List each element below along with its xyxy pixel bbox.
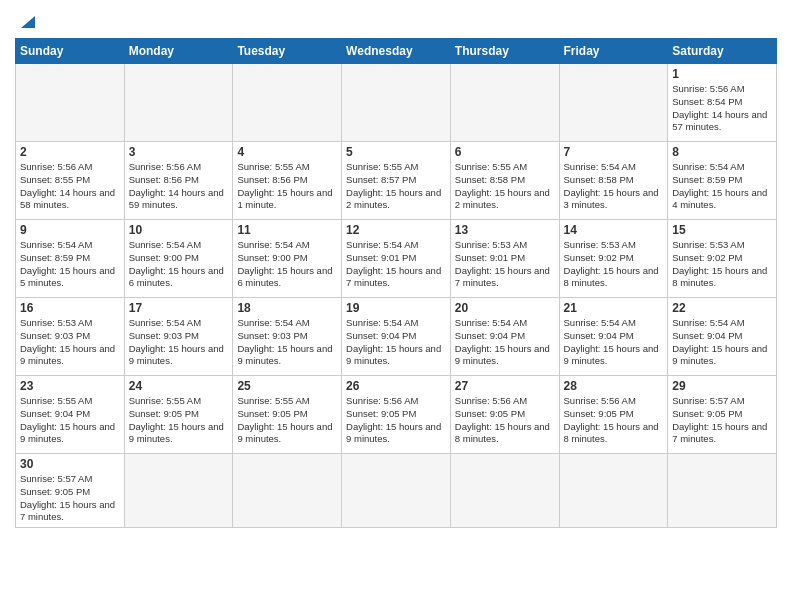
calendar-cell: 30Sunrise: 5:57 AMSunset: 9:05 PMDayligh…: [16, 454, 125, 528]
calendar-cell: 27Sunrise: 5:56 AMSunset: 9:05 PMDayligh…: [450, 376, 559, 454]
calendar-cell: 23Sunrise: 5:55 AMSunset: 9:04 PMDayligh…: [16, 376, 125, 454]
day-number: 6: [455, 145, 555, 159]
day-number: 20: [455, 301, 555, 315]
day-number: 30: [20, 457, 120, 471]
logo-area: [15, 10, 41, 32]
day-info: Sunrise: 5:54 AMSunset: 9:03 PMDaylight:…: [237, 317, 337, 368]
day-number: 24: [129, 379, 229, 393]
day-number: 14: [564, 223, 664, 237]
calendar-cell: 3Sunrise: 5:56 AMSunset: 8:56 PMDaylight…: [124, 142, 233, 220]
day-info: Sunrise: 5:54 AMSunset: 9:03 PMDaylight:…: [129, 317, 229, 368]
calendar-cell: [124, 64, 233, 142]
calendar-page: SundayMondayTuesdayWednesdayThursdayFrid…: [0, 0, 792, 612]
day-info: Sunrise: 5:55 AMSunset: 8:56 PMDaylight:…: [237, 161, 337, 212]
week-row-6: 30Sunrise: 5:57 AMSunset: 9:05 PMDayligh…: [16, 454, 777, 528]
calendar-cell: 18Sunrise: 5:54 AMSunset: 9:03 PMDayligh…: [233, 298, 342, 376]
day-number: 18: [237, 301, 337, 315]
calendar-cell: [668, 454, 777, 528]
calendar-cell: [559, 454, 668, 528]
calendar-cell: 1Sunrise: 5:56 AMSunset: 8:54 PMDaylight…: [668, 64, 777, 142]
day-number: 23: [20, 379, 120, 393]
day-info: Sunrise: 5:57 AMSunset: 9:05 PMDaylight:…: [672, 395, 772, 446]
calendar-cell: [559, 64, 668, 142]
day-info: Sunrise: 5:56 AMSunset: 8:56 PMDaylight:…: [129, 161, 229, 212]
calendar-cell: [233, 64, 342, 142]
day-info: Sunrise: 5:54 AMSunset: 9:04 PMDaylight:…: [346, 317, 446, 368]
week-row-1: 1Sunrise: 5:56 AMSunset: 8:54 PMDaylight…: [16, 64, 777, 142]
weekday-header-wednesday: Wednesday: [342, 39, 451, 64]
calendar-cell: [16, 64, 125, 142]
calendar-cell: [450, 454, 559, 528]
day-info: Sunrise: 5:56 AMSunset: 8:54 PMDaylight:…: [672, 83, 772, 134]
calendar-cell: [233, 454, 342, 528]
day-number: 17: [129, 301, 229, 315]
day-number: 25: [237, 379, 337, 393]
day-info: Sunrise: 5:54 AMSunset: 9:04 PMDaylight:…: [672, 317, 772, 368]
day-number: 16: [20, 301, 120, 315]
day-info: Sunrise: 5:55 AMSunset: 8:57 PMDaylight:…: [346, 161, 446, 212]
calendar-cell: 19Sunrise: 5:54 AMSunset: 9:04 PMDayligh…: [342, 298, 451, 376]
calendar-cell: 24Sunrise: 5:55 AMSunset: 9:05 PMDayligh…: [124, 376, 233, 454]
day-number: 4: [237, 145, 337, 159]
weekday-header-row: SundayMondayTuesdayWednesdayThursdayFrid…: [16, 39, 777, 64]
calendar-cell: 22Sunrise: 5:54 AMSunset: 9:04 PMDayligh…: [668, 298, 777, 376]
day-info: Sunrise: 5:57 AMSunset: 9:05 PMDaylight:…: [20, 473, 120, 524]
day-number: 21: [564, 301, 664, 315]
calendar-cell: 2Sunrise: 5:56 AMSunset: 8:55 PMDaylight…: [16, 142, 125, 220]
day-number: 12: [346, 223, 446, 237]
calendar-cell: 28Sunrise: 5:56 AMSunset: 9:05 PMDayligh…: [559, 376, 668, 454]
svg-marker-0: [21, 16, 35, 28]
day-info: Sunrise: 5:54 AMSunset: 8:59 PMDaylight:…: [672, 161, 772, 212]
day-info: Sunrise: 5:55 AMSunset: 8:58 PMDaylight:…: [455, 161, 555, 212]
day-number: 27: [455, 379, 555, 393]
day-info: Sunrise: 5:53 AMSunset: 9:02 PMDaylight:…: [672, 239, 772, 290]
day-info: Sunrise: 5:54 AMSunset: 9:00 PMDaylight:…: [237, 239, 337, 290]
calendar-cell: 29Sunrise: 5:57 AMSunset: 9:05 PMDayligh…: [668, 376, 777, 454]
calendar-cell: 20Sunrise: 5:54 AMSunset: 9:04 PMDayligh…: [450, 298, 559, 376]
day-number: 15: [672, 223, 772, 237]
day-info: Sunrise: 5:54 AMSunset: 9:01 PMDaylight:…: [346, 239, 446, 290]
calendar-cell: 15Sunrise: 5:53 AMSunset: 9:02 PMDayligh…: [668, 220, 777, 298]
day-number: 5: [346, 145, 446, 159]
calendar-cell: [342, 64, 451, 142]
logo-icon: [17, 10, 39, 32]
calendar-cell: 8Sunrise: 5:54 AMSunset: 8:59 PMDaylight…: [668, 142, 777, 220]
day-info: Sunrise: 5:56 AMSunset: 9:05 PMDaylight:…: [564, 395, 664, 446]
calendar-cell: 25Sunrise: 5:55 AMSunset: 9:05 PMDayligh…: [233, 376, 342, 454]
day-info: Sunrise: 5:54 AMSunset: 9:04 PMDaylight:…: [564, 317, 664, 368]
day-info: Sunrise: 5:56 AMSunset: 9:05 PMDaylight:…: [346, 395, 446, 446]
weekday-header-tuesday: Tuesday: [233, 39, 342, 64]
calendar-cell: [124, 454, 233, 528]
day-number: 22: [672, 301, 772, 315]
calendar-cell: 26Sunrise: 5:56 AMSunset: 9:05 PMDayligh…: [342, 376, 451, 454]
day-info: Sunrise: 5:54 AMSunset: 8:58 PMDaylight:…: [564, 161, 664, 212]
day-info: Sunrise: 5:54 AMSunset: 9:04 PMDaylight:…: [455, 317, 555, 368]
day-info: Sunrise: 5:56 AMSunset: 8:55 PMDaylight:…: [20, 161, 120, 212]
week-row-5: 23Sunrise: 5:55 AMSunset: 9:04 PMDayligh…: [16, 376, 777, 454]
calendar-cell: 9Sunrise: 5:54 AMSunset: 8:59 PMDaylight…: [16, 220, 125, 298]
day-number: 11: [237, 223, 337, 237]
weekday-header-friday: Friday: [559, 39, 668, 64]
day-number: 8: [672, 145, 772, 159]
day-info: Sunrise: 5:55 AMSunset: 9:05 PMDaylight:…: [129, 395, 229, 446]
calendar-cell: 17Sunrise: 5:54 AMSunset: 9:03 PMDayligh…: [124, 298, 233, 376]
week-row-4: 16Sunrise: 5:53 AMSunset: 9:03 PMDayligh…: [16, 298, 777, 376]
calendar-cell: 21Sunrise: 5:54 AMSunset: 9:04 PMDayligh…: [559, 298, 668, 376]
calendar-cell: 6Sunrise: 5:55 AMSunset: 8:58 PMDaylight…: [450, 142, 559, 220]
day-info: Sunrise: 5:54 AMSunset: 8:59 PMDaylight:…: [20, 239, 120, 290]
weekday-header-sunday: Sunday: [16, 39, 125, 64]
day-number: 3: [129, 145, 229, 159]
day-number: 2: [20, 145, 120, 159]
day-number: 10: [129, 223, 229, 237]
day-number: 9: [20, 223, 120, 237]
calendar-cell: 13Sunrise: 5:53 AMSunset: 9:01 PMDayligh…: [450, 220, 559, 298]
day-info: Sunrise: 5:55 AMSunset: 9:04 PMDaylight:…: [20, 395, 120, 446]
logo: [15, 10, 41, 32]
day-info: Sunrise: 5:56 AMSunset: 9:05 PMDaylight:…: [455, 395, 555, 446]
day-number: 1: [672, 67, 772, 81]
weekday-header-monday: Monday: [124, 39, 233, 64]
calendar-cell: 14Sunrise: 5:53 AMSunset: 9:02 PMDayligh…: [559, 220, 668, 298]
week-row-2: 2Sunrise: 5:56 AMSunset: 8:55 PMDaylight…: [16, 142, 777, 220]
day-info: Sunrise: 5:53 AMSunset: 9:01 PMDaylight:…: [455, 239, 555, 290]
day-info: Sunrise: 5:53 AMSunset: 9:03 PMDaylight:…: [20, 317, 120, 368]
